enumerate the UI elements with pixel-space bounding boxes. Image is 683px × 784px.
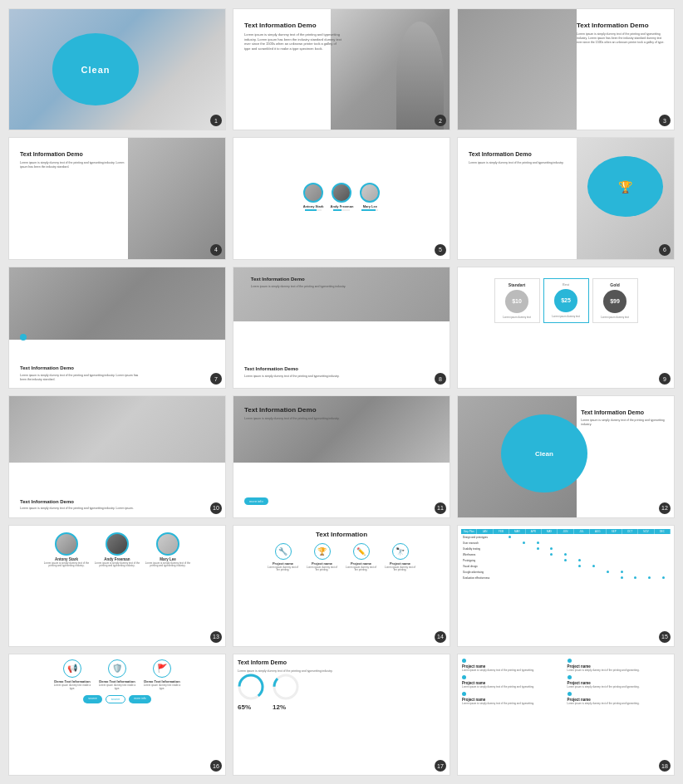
month-apr: APR — [526, 529, 542, 534]
slide14-badge: 14 — [435, 631, 446, 643]
slide10-content: Text Information Demo Lorem ipsum is sim… — [20, 499, 171, 512]
slide-2: Text Information Demo Lorem ipsum is sim… — [233, 8, 450, 130]
slide6-badge: 6 — [659, 244, 671, 256]
project-1: Project name Lorem ipsum is simply dummy… — [462, 659, 565, 673]
proj-desc-4: Lorem ipsum is simply dummy text of the … — [568, 686, 671, 689]
trophy-icon: 🏆 — [618, 180, 632, 194]
avatar-name-2: Andy Freeman — [331, 204, 354, 208]
icon-label-3: Project name — [351, 561, 371, 566]
metric-12: 12% — [273, 674, 299, 711]
icon-label-2: Project name — [312, 561, 332, 566]
avatar-large-desc-3: Lorem ipsum is simply dummy text of the … — [145, 562, 191, 569]
avatar-circle-1 — [303, 183, 323, 203]
plan-desc-3: Lorem ipsum dummy text — [596, 316, 635, 319]
avatar-large-name-3: Mary Lee — [160, 557, 176, 561]
icon-item-2: 🏆 Project name Lorem ipsum dummy text of… — [305, 543, 340, 573]
dot-r1c10 — [628, 535, 642, 540]
slide1-circle: Clean — [52, 33, 139, 105]
progress-fill-3 — [361, 209, 376, 211]
slide10-title: Text Information Demo — [20, 499, 171, 506]
schedule-row-4: Wireframes — [461, 552, 671, 557]
proj-desc-6: Lorem ipsum is simply dummy text of the … — [568, 703, 671, 706]
proj-dot-4 — [568, 675, 572, 679]
month-may: MAY — [542, 529, 558, 534]
proj-dot-1 — [462, 659, 466, 663]
avatar-large-antony: Antony Stark Lorem ipsum is simply dummy… — [44, 532, 90, 569]
slide-10: Text Information Demo Lorem ipsum is sim… — [8, 395, 226, 517]
slide1-label: Clean — [81, 65, 111, 75]
row-label-3: Usability testing — [461, 546, 503, 551]
slide6-title: Text Information Demo — [469, 150, 577, 159]
slide12-body: Lorem ipsum is simply dummy text of the … — [581, 419, 667, 427]
slide16-btns: source source more info — [13, 695, 221, 703]
avatar-circle-3 — [360, 183, 380, 203]
price-bubble-2: $25 — [554, 289, 577, 312]
slide7-dot — [20, 334, 27, 341]
slide12-badge: 12 — [659, 502, 671, 514]
slide7-content: Text Information Demo Lorem ipsum is sim… — [20, 365, 139, 382]
pct2-label: 12% — [273, 703, 299, 711]
icon-circle-3: ✏️ — [353, 543, 370, 560]
schedule-row-1: Design and prototypes — [461, 535, 671, 540]
slide-11: Text Information Demo Lorem ipsum is sim… — [233, 395, 450, 517]
slide-3: Text Information Demo Lorem ipsum is sim… — [457, 8, 675, 130]
demo-icon-1: 📢 Demo Text Information Lorem ipsum dumm… — [52, 659, 93, 691]
btn-more-info[interactable]: more info — [129, 695, 151, 703]
avatar-andy: Andy Freeman — [331, 183, 354, 211]
slide7-title: Text Information Demo — [20, 365, 139, 372]
price-1: $10 — [512, 298, 522, 304]
month-jun: JUN — [558, 529, 573, 534]
slide11-content: Text Information Demo Lorem ipsum is sim… — [244, 406, 374, 421]
slide11-title: Text Information Demo — [244, 406, 374, 414]
slide7-bg — [9, 267, 225, 340]
slide-15: Step Plan JAN FEB MAR APR MAY JUN JUL AU… — [457, 525, 675, 647]
dot-r1c6 — [572, 535, 587, 540]
avatar-large-circle-2 — [106, 532, 129, 556]
avatar-name-3: Mary Lee — [363, 204, 377, 208]
icon-item-4: 🔭 Project name Lorem ipsum dummy text of… — [383, 543, 418, 573]
proj-desc-3: Lorem ipsum is simply dummy text of the … — [462, 686, 565, 689]
slide13-badge: 13 — [210, 631, 222, 643]
price-bubble-3: $99 — [603, 290, 626, 313]
pricing-gold: Gold $99 Lorem ipsum dummy text — [592, 278, 638, 323]
avatar-circle-2 — [332, 183, 351, 203]
progress-bar-3 — [361, 209, 378, 211]
slide5-badge: 5 — [435, 244, 446, 256]
schedule-row-7: Google advertising — [461, 570, 671, 575]
slide3-bg — [458, 9, 577, 130]
avatar-large-name-1: Antony Stark — [55, 557, 78, 561]
avatar-antony: Antony Stark — [303, 183, 324, 211]
plan-label-1: Standart — [498, 282, 537, 287]
month-sep: SEP — [607, 529, 622, 534]
btn-source[interactable]: source — [83, 695, 102, 703]
megaphone-icon: 📢 — [63, 659, 81, 678]
plan-label-3: Gold — [596, 282, 635, 287]
slide4-title: Text Information Demo — [20, 150, 128, 159]
slide-4: Text Information Demo Lorem ipsum is sim… — [8, 137, 226, 259]
row-label-2: User research — [461, 541, 503, 546]
slide8-body2: Lorem ipsum is simply dummy text of the … — [244, 375, 439, 379]
slide3-content: Text Information Demo Lorem ipsum is sim… — [577, 22, 667, 45]
slide11-btn[interactable]: more info — [244, 497, 268, 505]
btn-source2[interactable]: source — [106, 695, 126, 703]
schedule-row-5: Prototyping — [461, 558, 671, 563]
slide5-content: Antony Stark Andy Freeman — [233, 138, 450, 258]
proj-dot-3 — [462, 675, 466, 679]
slide12-title: Text Information Demo — [581, 409, 667, 416]
dot-r1c9 — [615, 535, 629, 540]
slide2-content: Text Information Demo Lorem ipsum is sim… — [244, 22, 342, 51]
metric-65: 65% — [238, 674, 264, 711]
avatar-mary: Mary Lee — [360, 183, 380, 211]
flag-icon: 🚩 — [153, 659, 171, 678]
dot-r1c2 — [517, 535, 531, 540]
slide10-badge: 10 — [210, 502, 222, 514]
slide17-metrics: 65% 12% — [238, 674, 445, 711]
slide6-trophy: 🏆 — [587, 156, 663, 217]
plan-best-label: Best — [547, 282, 586, 287]
icon-item-3: ✏️ Project name Lorem ipsum dummy text o… — [344, 543, 379, 573]
slide18-content: Project name Lorem ipsum is simply dummy… — [458, 654, 674, 775]
slide-8: Text Information Demo Lorem ipsum is sim… — [233, 267, 450, 389]
row-label-5: Prototyping — [461, 558, 503, 563]
slide17-title: Text Inform Demo — [238, 659, 445, 665]
schedule-row-3: Usability testing — [461, 546, 671, 551]
